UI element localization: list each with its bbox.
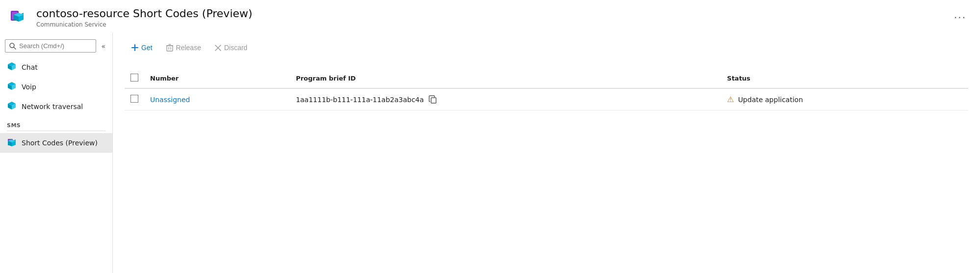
sidebar-item-short-codes-label: Short Codes (Preview): [22, 139, 98, 147]
short-codes-table: Number Program brief ID Status Unassigne…: [125, 69, 968, 110]
select-all-checkbox[interactable]: [130, 74, 138, 82]
main-layout: « Chat Voip Network t: [0, 32, 980, 273]
app-header: contoso-resource Short Codes (Preview) C…: [0, 0, 980, 32]
toolbar: Get Release Discard: [125, 40, 968, 59]
x-icon: [215, 45, 221, 51]
table-row: Unassigned 1aa1111b-b111-111a-11ab2a3abc…: [125, 88, 968, 110]
sidebar-item-chat[interactable]: Chat: [0, 57, 112, 77]
app-icon: [8, 7, 29, 28]
row-checkbox[interactable]: [130, 95, 138, 103]
service-subtitle: Communication Service: [36, 21, 943, 28]
get-button[interactable]: Get: [125, 40, 159, 55]
number-link[interactable]: Unassigned: [150, 96, 190, 104]
svg-rect-31: [431, 98, 436, 103]
sidebar-item-chat-label: Chat: [22, 63, 38, 71]
search-icon: [9, 43, 16, 50]
content-area: Get Release Discard: [113, 32, 980, 273]
voip-icon: [7, 82, 17, 92]
release-label: Release: [176, 44, 201, 52]
more-options-button[interactable]: ···: [950, 10, 970, 26]
release-button[interactable]: Release: [159, 40, 208, 55]
section-divider: [7, 131, 105, 131]
status-column-header: Status: [721, 69, 968, 88]
program-brief-id-column-header: Program brief ID: [290, 69, 721, 88]
search-box[interactable]: [5, 39, 96, 53]
status-cell: ⚠ Update application: [721, 88, 968, 110]
plus-icon: [131, 44, 138, 51]
header-text: contoso-resource Short Codes (Preview) C…: [36, 7, 943, 28]
sidebar: « Chat Voip Network t: [0, 32, 113, 273]
collapse-sidebar-button[interactable]: «: [99, 40, 107, 52]
copy-icon[interactable]: [429, 95, 437, 104]
discard-button[interactable]: Discard: [208, 40, 254, 55]
discard-label: Discard: [224, 44, 247, 52]
sidebar-item-voip[interactable]: Voip: [0, 77, 112, 97]
network-icon: [7, 102, 17, 111]
trash-icon: [166, 44, 173, 52]
number-column-header: Number: [144, 69, 290, 88]
table-header-row: Number Program brief ID Status: [125, 69, 968, 88]
get-label: Get: [141, 44, 153, 52]
program-id-cell: 1aa1111b-b111-111a-11ab2a3abc4a: [290, 88, 721, 110]
row-checkbox-cell: [125, 88, 144, 110]
sidebar-item-short-codes[interactable]: Short Codes (Preview): [0, 133, 112, 153]
sms-section-label: SMS: [0, 116, 112, 131]
page-title: contoso-resource Short Codes (Preview): [36, 7, 943, 20]
status-text: Update application: [738, 96, 803, 104]
sidebar-item-voip-label: Voip: [22, 83, 36, 91]
search-input[interactable]: [19, 42, 92, 50]
program-id-value: 1aa1111b-b111-111a-11ab2a3abc4a: [296, 96, 424, 104]
search-row: «: [0, 37, 112, 57]
select-all-header: [125, 69, 144, 88]
svg-line-7: [14, 47, 16, 49]
warning-icon: ⚠: [727, 95, 734, 104]
sidebar-item-network-traversal-label: Network traversal: [22, 103, 83, 110]
number-cell: Unassigned: [144, 88, 290, 110]
svg-rect-24: [167, 46, 173, 51]
short-codes-icon: [7, 138, 17, 148]
chat-icon: [7, 62, 17, 72]
sidebar-item-network-traversal[interactable]: Network traversal: [0, 97, 112, 116]
